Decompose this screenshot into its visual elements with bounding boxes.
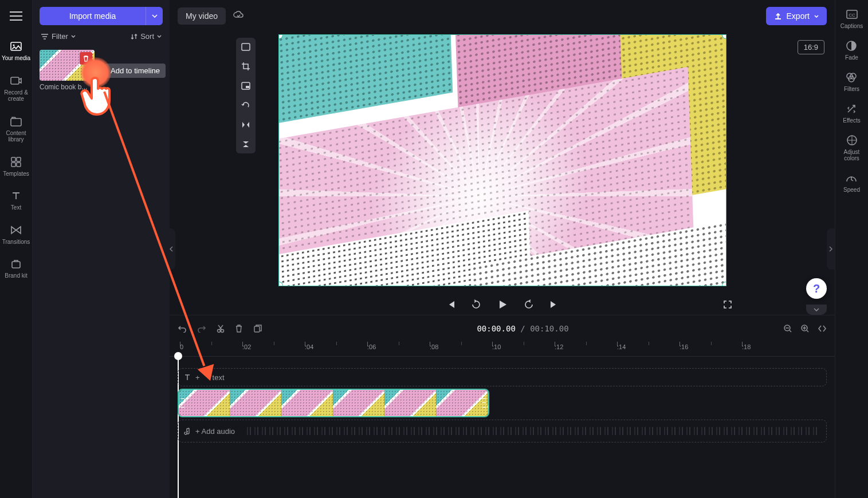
adjust-colors-icon (847, 134, 857, 147)
sort-button[interactable]: Sort (131, 32, 162, 41)
video-track[interactable] (178, 389, 827, 417)
sidebar-item-content-library[interactable]: Content library (0, 113, 32, 145)
export-button[interactable]: Export (766, 7, 827, 25)
sidebar-item-brand-kit[interactable]: Brand kit (0, 255, 32, 282)
video-clip[interactable] (178, 389, 489, 417)
chevron-down-icon (814, 308, 819, 311)
transitions-icon (10, 224, 22, 236)
svg-rect-5 (17, 157, 21, 161)
timeline-tracks: + text + Add audio (170, 357, 835, 498)
sidebar-item-record-create[interactable]: Record & create (0, 72, 32, 105)
speed-icon (846, 172, 857, 184)
ruler-tick: :06 (367, 343, 376, 350)
sidebar-item-fade[interactable]: Fade (845, 39, 858, 61)
ruler-tick: :18 (742, 343, 751, 350)
skip-forward-button[interactable] (548, 298, 560, 311)
ruler-tick-minor (461, 342, 462, 345)
flip-vertical-button[interactable] (240, 139, 252, 150)
brand-kit-icon (11, 258, 21, 270)
undo-button[interactable] (178, 325, 187, 333)
zoom-in-button[interactable] (800, 324, 810, 333)
text-track[interactable]: + text (178, 368, 827, 386)
skip-back-button[interactable] (445, 298, 457, 311)
sidebar-item-captions[interactable]: CC Captions (840, 8, 863, 29)
sidebar-item-transitions[interactable]: Transitions (0, 222, 32, 248)
current-time: 00:00.00 (477, 324, 515, 333)
ruler-tick-minor (586, 342, 587, 345)
top-bar: My video Export (170, 0, 835, 32)
redo-button[interactable] (197, 325, 206, 333)
import-media-dropdown[interactable] (146, 7, 163, 25)
text-icon (11, 189, 21, 202)
chevron-down-icon (157, 35, 162, 38)
svg-rect-14 (254, 326, 260, 332)
zoom-fit-button[interactable] (818, 325, 827, 333)
sidebar-item-speed[interactable]: Speed (843, 172, 860, 193)
playback-controls (268, 294, 737, 315)
pip-button[interactable] (240, 80, 252, 92)
help-button[interactable]: ? (806, 278, 827, 299)
rotate-button[interactable] (240, 100, 252, 111)
delete-button[interactable] (235, 324, 243, 333)
ruler-tick: :16 (680, 343, 688, 350)
svg-rect-3 (11, 118, 21, 126)
forward-button[interactable] (523, 298, 535, 311)
duplicate-button[interactable] (253, 324, 262, 333)
svg-point-1 (13, 45, 15, 46)
ruler-tick-minor (274, 342, 274, 345)
library-icon (10, 115, 22, 128)
fit-screen-button[interactable] (240, 41, 252, 53)
zoom-out-button[interactable] (783, 324, 792, 333)
chevron-down-icon (71, 35, 76, 38)
flip-horizontal-button[interactable] (240, 119, 252, 131)
sidebar-item-label: Fade (845, 54, 858, 61)
canvas-toolbar (236, 38, 256, 153)
ruler-tick-minor (649, 342, 649, 345)
svg-point-13 (221, 330, 224, 333)
preview-canvas[interactable] (278, 34, 726, 286)
crop-button[interactable] (240, 61, 252, 72)
music-note-icon (184, 427, 191, 435)
fullscreen-button[interactable] (721, 298, 734, 311)
sidebar-item-filters[interactable]: Filters (844, 71, 859, 92)
help-collapse-button[interactable] (806, 305, 827, 315)
split-button[interactable] (217, 324, 225, 333)
sidebar-item-label: Text (11, 204, 21, 211)
svg-rect-6 (11, 163, 15, 167)
project-title[interactable]: My video (178, 7, 226, 25)
templates-icon (11, 156, 21, 168)
sidebar-item-label: Effects (843, 117, 860, 124)
clip-trim-right[interactable] (482, 397, 486, 409)
sidebar-item-label: Speed (843, 187, 860, 193)
chevron-right-icon (829, 246, 832, 252)
fade-icon (846, 39, 857, 52)
sidebar-item-label: Content library (0, 130, 32, 143)
import-media-button[interactable]: Import media (40, 7, 146, 25)
sidebar-item-effects[interactable]: Effects (843, 102, 860, 124)
stage-area: 16:9 (170, 32, 835, 315)
sidebar-item-templates[interactable]: Templates (0, 153, 32, 180)
right-sidebar: CC Captions Fade Filters Effects Adjust … (835, 0, 868, 498)
sidebar-item-label: Adjust colors (835, 149, 868, 161)
sidebar-item-adjust-colors[interactable]: Adjust colors (835, 134, 868, 161)
filter-icon (41, 33, 49, 40)
cloud-sync-icon[interactable] (233, 10, 244, 22)
expand-right-panel-button[interactable] (827, 228, 835, 270)
sidebar-item-your-media[interactable]: Your media (0, 38, 32, 64)
filter-button[interactable]: Filter (41, 32, 76, 41)
sidebar-item-text[interactable]: Text (0, 187, 32, 214)
clip-trim-left[interactable] (181, 397, 184, 409)
ruler-tick: :10 (492, 343, 501, 350)
audio-track[interactable]: + Add audio (178, 420, 827, 442)
hamburger-menu-icon[interactable] (6, 6, 26, 26)
ruler-tick-minor (399, 342, 399, 345)
play-button[interactable] (495, 297, 510, 312)
ruler-tick: 0 (180, 343, 183, 350)
ruler-tick: :08 (430, 343, 438, 350)
rewind-button[interactable] (470, 298, 482, 311)
timeline-ruler[interactable]: 0:02:04:06:08:10:12:14:16:18 (170, 342, 835, 357)
aspect-ratio-button[interactable]: 16:9 (798, 40, 824, 54)
svg-rect-4 (11, 157, 15, 161)
media-icon (10, 40, 22, 53)
svg-rect-8 (12, 262, 20, 268)
